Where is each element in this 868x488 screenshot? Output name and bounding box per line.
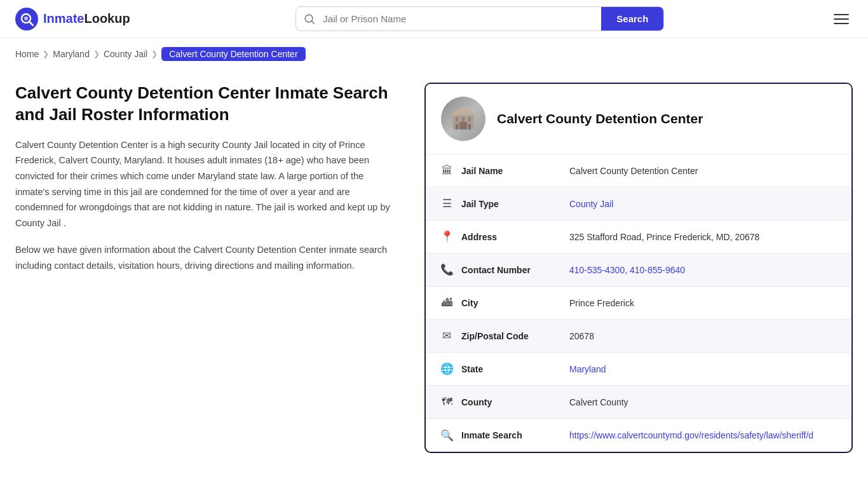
row-value: Prince Frederick bbox=[569, 289, 851, 317]
logo-text: InmateLookup bbox=[43, 11, 130, 26]
svg-line-4 bbox=[312, 21, 315, 24]
breadcrumb-sep-2: ❯ bbox=[93, 50, 100, 58]
info-row: 📞 Contact Number 410-535-4300, 410-855-9… bbox=[426, 254, 851, 287]
info-value-text: Calvert County Detention Center bbox=[569, 166, 698, 176]
svg-rect-6 bbox=[456, 117, 459, 122]
row-icon: ☰ bbox=[426, 197, 461, 210]
row-label: Inmate Search bbox=[461, 421, 569, 449]
menu-line-1 bbox=[834, 14, 849, 15]
row-icon: ✉ bbox=[426, 329, 461, 342]
svg-rect-12 bbox=[468, 124, 471, 130]
page-title: Calvert County Detention Center Inmate S… bbox=[15, 83, 399, 126]
svg-point-2 bbox=[24, 17, 28, 20]
svg-line-1 bbox=[30, 22, 34, 25]
breadcrumb-home[interactable]: Home bbox=[15, 49, 39, 59]
info-value-text: 20678 bbox=[569, 331, 594, 341]
logo-icon bbox=[15, 8, 38, 30]
info-value-link[interactable]: https://www.calvertcountymd.gov/resident… bbox=[569, 430, 813, 440]
left-column: Calvert County Detention Center Inmate S… bbox=[15, 83, 409, 274]
row-icon: 📍 bbox=[426, 230, 461, 243]
info-row: ✉ Zip/Postal Code 20678 bbox=[426, 320, 851, 353]
row-label: Zip/Postal Code bbox=[461, 322, 569, 350]
svg-rect-8 bbox=[468, 117, 471, 122]
logo[interactable]: InmateLookup bbox=[15, 8, 130, 30]
info-row: 🏛 Jail Name Calvert County Detention Cen… bbox=[426, 154, 851, 187]
row-label: State bbox=[461, 355, 569, 383]
card-title: Calvert County Detention Center bbox=[497, 111, 703, 126]
breadcrumb-state[interactable]: Maryland bbox=[53, 49, 90, 59]
description-1: Calvert County Detention Center is a hig… bbox=[15, 137, 399, 231]
row-value[interactable]: https://www.calvertcountymd.gov/resident… bbox=[569, 421, 851, 449]
breadcrumb-sep-3: ❯ bbox=[151, 50, 158, 58]
info-row: 🏙 City Prince Frederick bbox=[426, 287, 851, 320]
svg-rect-11 bbox=[456, 124, 459, 130]
breadcrumb-current: Calvert County Detention Center bbox=[161, 47, 305, 61]
info-value-link[interactable]: 410-535-4300, 410-855-9640 bbox=[569, 265, 685, 275]
search-button[interactable]: Search bbox=[601, 7, 663, 30]
row-value: Calvert County bbox=[569, 388, 851, 416]
row-label: Address bbox=[461, 223, 569, 251]
svg-rect-9 bbox=[459, 122, 467, 130]
jail-avatar-icon bbox=[441, 97, 485, 141]
info-row: ☰ Jail Type County Jail bbox=[426, 187, 851, 220]
breadcrumb-sep-1: ❯ bbox=[43, 50, 49, 58]
search-icon bbox=[296, 13, 323, 25]
card-header: Calvert County Detention Center bbox=[426, 84, 851, 154]
info-row: 📍 Address 325 Stafford Road, Prince Fred… bbox=[426, 220, 851, 254]
row-label: Contact Number bbox=[461, 256, 569, 284]
row-value: Calvert County Detention Center bbox=[569, 157, 851, 185]
jail-avatar bbox=[441, 97, 485, 141]
search-input[interactable] bbox=[323, 7, 601, 30]
row-value: 325 Stafford Road, Prince Frederick, MD,… bbox=[569, 223, 851, 251]
menu-line-3 bbox=[834, 23, 849, 24]
row-label: Jail Name bbox=[461, 157, 569, 185]
info-row: 🌐 State Maryland bbox=[426, 353, 851, 386]
info-value-link[interactable]: Maryland bbox=[569, 364, 606, 374]
row-icon: 🔍 bbox=[426, 429, 461, 442]
row-icon: 🏛 bbox=[426, 165, 461, 177]
breadcrumb: Home ❯ Maryland ❯ County Jail ❯ Calvert … bbox=[0, 38, 868, 70]
menu-button[interactable] bbox=[830, 10, 853, 28]
breadcrumb-category[interactable]: County Jail bbox=[104, 49, 147, 59]
search-bar: Search bbox=[295, 6, 664, 31]
row-value[interactable]: 410-535-4300, 410-855-9640 bbox=[569, 256, 851, 284]
row-value[interactable]: County Jail bbox=[569, 190, 851, 218]
description-2: Below we have given information about th… bbox=[15, 242, 399, 273]
row-icon: 🗺 bbox=[426, 396, 461, 409]
info-card: Calvert County Detention Center 🏛 Jail N… bbox=[424, 83, 853, 453]
info-value-text: Prince Frederick bbox=[569, 298, 634, 308]
svg-marker-10 bbox=[451, 106, 476, 115]
info-value-link[interactable]: County Jail bbox=[569, 199, 613, 209]
row-icon: 🏙 bbox=[426, 297, 461, 309]
info-row: 🗺 County Calvert County bbox=[426, 386, 851, 419]
row-label: County bbox=[461, 388, 569, 416]
row-label: City bbox=[461, 289, 569, 317]
right-column: Calvert County Detention Center 🏛 Jail N… bbox=[424, 83, 853, 453]
info-rows-container: 🏛 Jail Name Calvert County Detention Cen… bbox=[426, 154, 851, 452]
info-value-text: Calvert County bbox=[569, 397, 628, 407]
menu-line-2 bbox=[834, 18, 849, 20]
row-label: Jail Type bbox=[461, 190, 569, 218]
row-value[interactable]: Maryland bbox=[569, 355, 851, 383]
row-value: 20678 bbox=[569, 322, 851, 350]
svg-rect-7 bbox=[462, 117, 465, 122]
header: InmateLookup Search bbox=[0, 0, 868, 38]
main-content: Calvert County Detention Center Inmate S… bbox=[0, 70, 868, 466]
info-row: 🔍 Inmate Search https://www.calvertcount… bbox=[426, 419, 851, 452]
row-icon: 📞 bbox=[426, 263, 461, 276]
info-value-text: 325 Stafford Road, Prince Frederick, MD,… bbox=[569, 232, 759, 242]
row-icon: 🌐 bbox=[426, 362, 461, 376]
